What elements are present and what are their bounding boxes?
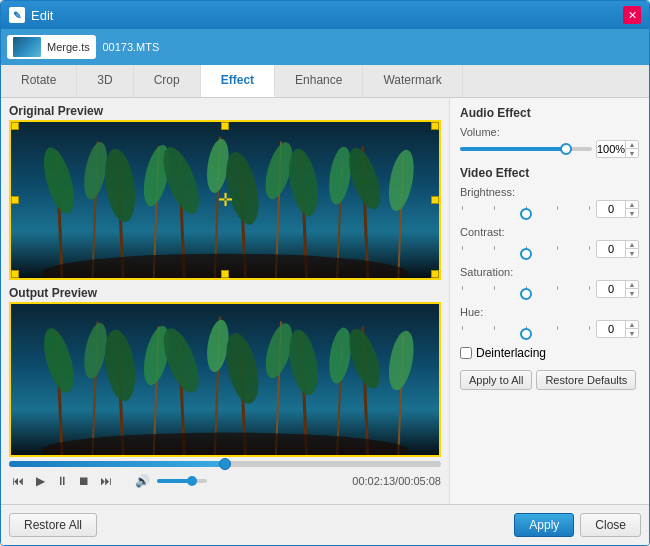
video-effect-title: Video Effect — [460, 166, 639, 180]
volume-decrement-button[interactable]: ▼ — [626, 149, 638, 158]
crosshair-icon: ✛ — [218, 189, 233, 211]
progress-track[interactable] — [9, 461, 441, 467]
contrast-increment[interactable]: ▲ — [626, 240, 638, 249]
brightness-value: 0 — [597, 203, 625, 215]
brightness-increment[interactable]: ▲ — [626, 200, 638, 209]
tick — [557, 246, 558, 250]
footer-left: Restore All — [9, 513, 97, 537]
saturation-spinbox[interactable]: 0 ▲ ▼ — [596, 280, 639, 298]
controls-bar: ⏮ ▶ ⏸ ⏹ ⏭ 🔊 00:02:13/00:05:08 — [1, 469, 449, 493]
file-name-merge: Merge.ts — [47, 41, 90, 53]
tab-watermark[interactable]: Watermark — [363, 65, 462, 97]
output-preview-label: Output Preview — [1, 280, 449, 302]
file-item-merge[interactable]: Merge.ts — [7, 35, 96, 59]
brightness-spinbox[interactable]: 0 ▲ ▼ — [596, 200, 639, 218]
saturation-label: Saturation: — [460, 266, 639, 278]
volume-icon: 🔊 — [133, 472, 151, 490]
brightness-param: Brightness: — [460, 186, 639, 218]
apply-button[interactable]: Apply — [514, 513, 574, 537]
contrast-decrement[interactable]: ▼ — [626, 249, 638, 258]
apply-to-all-button[interactable]: Apply to All — [460, 370, 532, 390]
tick — [494, 206, 495, 210]
crop-handle-br[interactable] — [431, 270, 439, 278]
audio-effect-title: Audio Effect — [460, 106, 639, 120]
saturation-param: Saturation: — [460, 266, 639, 298]
footer: Restore All Apply Close — [1, 504, 649, 545]
volume-label: Volume: — [460, 126, 639, 138]
window-title: Edit — [31, 8, 623, 23]
tick — [494, 326, 495, 330]
contrast-thumb[interactable] — [520, 248, 532, 260]
hue-spinbox[interactable]: 0 ▲ ▼ — [596, 320, 639, 338]
output-video-svg — [11, 304, 439, 455]
contrast-label: Contrast: — [460, 226, 639, 238]
tick — [462, 206, 463, 210]
restore-defaults-button[interactable]: Restore Defaults — [536, 370, 636, 390]
progress-fill — [9, 461, 225, 467]
deinterlacing-checkbox[interactable] — [460, 347, 472, 359]
tab-crop[interactable]: Crop — [134, 65, 201, 97]
tab-enhance[interactable]: Enhance — [275, 65, 363, 97]
contrast-value: 0 — [597, 243, 625, 255]
tick — [589, 246, 590, 250]
saturation-spinbox-arrows: ▲ ▼ — [625, 280, 638, 298]
crop-handle-top[interactable] — [221, 122, 229, 130]
hue-spinbox-arrows: ▲ ▼ — [625, 320, 638, 338]
hue-label: Hue: — [460, 306, 639, 318]
crop-handle-right[interactable] — [431, 196, 439, 204]
stop-button[interactable]: ⏹ — [75, 472, 93, 490]
crop-handle-left[interactable] — [11, 196, 19, 204]
tick — [462, 286, 463, 290]
hue-decrement[interactable]: ▼ — [626, 329, 638, 338]
crop-handle-tl[interactable] — [11, 122, 19, 130]
volume-thumb[interactable] — [187, 476, 197, 486]
skip-to-start-button[interactable]: ⏮ — [9, 472, 27, 490]
tab-3d[interactable]: 3D — [77, 65, 133, 97]
brightness-slider-row: 0 ▲ ▼ — [460, 200, 639, 218]
volume-slider-thumb[interactable] — [560, 143, 572, 155]
saturation-thumb[interactable] — [520, 288, 532, 300]
saturation-decrement[interactable]: ▼ — [626, 289, 638, 298]
contrast-spinbox-arrows: ▲ ▼ — [625, 240, 638, 258]
tab-rotate[interactable]: Rotate — [1, 65, 77, 97]
output-video-frame — [9, 302, 441, 457]
saturation-increment[interactable]: ▲ — [626, 280, 638, 289]
deinterlacing-row: Deinterlacing — [460, 346, 639, 360]
contrast-slider-row: 0 ▲ ▼ — [460, 240, 639, 258]
crop-handle-tr[interactable] — [431, 122, 439, 130]
volume-value: 100% — [597, 143, 625, 155]
contrast-spinbox[interactable]: 0 ▲ ▼ — [596, 240, 639, 258]
hue-thumb[interactable] — [520, 328, 532, 340]
original-video-content: ✛ — [11, 122, 439, 278]
volume-slider-row: 100% ▲ ▼ — [460, 140, 639, 158]
volume-track[interactable] — [157, 479, 207, 483]
close-button[interactable]: Close — [580, 513, 641, 537]
left-panel: Original Preview — [1, 98, 449, 504]
volume-increment-button[interactable]: ▲ — [626, 140, 638, 149]
progress-thumb[interactable] — [219, 458, 231, 470]
original-preview-label: Original Preview — [1, 98, 449, 120]
close-window-button[interactable]: ✕ — [623, 6, 641, 24]
tick — [462, 326, 463, 330]
crop-handle-bottom[interactable] — [221, 270, 229, 278]
skip-to-end-button[interactable]: ⏭ — [97, 472, 115, 490]
tab-effect[interactable]: Effect — [201, 65, 275, 97]
volume-slider-track[interactable] — [460, 147, 592, 151]
pause-button[interactable]: ⏸ — [53, 472, 71, 490]
file-name-mts: 00173.MTS — [102, 41, 159, 53]
volume-spinbox[interactable]: 100% ▲ ▼ — [596, 140, 639, 158]
tabs-bar: Rotate 3D Crop Effect Enhance Watermark — [1, 65, 649, 98]
brightness-decrement[interactable]: ▼ — [626, 209, 638, 218]
hue-increment[interactable]: ▲ — [626, 320, 638, 329]
volume-spinbox-arrows: ▲ ▼ — [625, 140, 638, 158]
original-video-frame: ✛ — [9, 120, 441, 280]
tick — [557, 326, 558, 330]
volume-param: Volume: 100% ▲ ▼ — [460, 126, 639, 158]
effect-action-buttons: Apply to All Restore Defaults — [460, 370, 639, 390]
brightness-label: Brightness: — [460, 186, 639, 198]
restore-all-button[interactable]: Restore All — [9, 513, 97, 537]
crop-handle-bl[interactable] — [11, 270, 19, 278]
tick — [589, 326, 590, 330]
brightness-thumb[interactable] — [520, 208, 532, 220]
play-button[interactable]: ▶ — [31, 472, 49, 490]
